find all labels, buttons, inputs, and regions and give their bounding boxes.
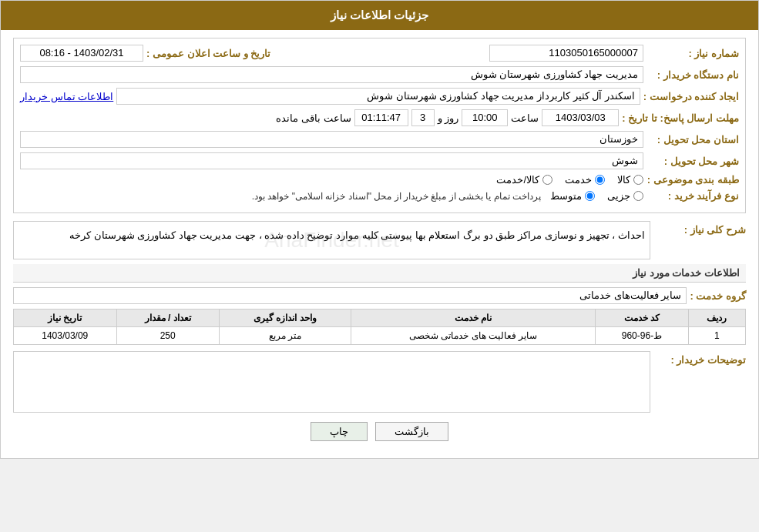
tabaghe-kala-option: کالا (617, 174, 643, 186)
tarikh-elam-value: 1403/02/31 - 08:16 (20, 45, 143, 62)
col-radif: ردیف (688, 309, 745, 327)
row-grouh-khadmat: گروه خدمت : سایر فعالیت‌های خدماتی (13, 287, 746, 304)
sharh-koli-box: AnaFinder.net احداث ، تجهیز و نوسازی مرا… (13, 221, 650, 259)
buttons-row: بازگشت چاپ (13, 422, 746, 441)
motavasit-text: متوسط (550, 190, 582, 202)
table-row: 1ط-96-960سایر فعالیت های خدماتی شخصیمتر … (14, 327, 746, 345)
mohlat-date: 1403/03/03 (542, 109, 619, 126)
jozii-radio[interactable] (633, 191, 643, 201)
ostan-label: استان محل تحویل : (646, 134, 739, 146)
col-vahed: واحد اندازه گیری (219, 309, 351, 327)
cell-radif: 1 (688, 327, 745, 345)
ettela-link[interactable]: اطلاعات تماس خریدار (20, 91, 113, 102)
tabaghe-kala-radio[interactable] (633, 175, 643, 185)
saat-label: ساعت (511, 112, 539, 124)
motavasit-radio[interactable] (585, 191, 595, 201)
tarikh-elam-label: تاریخ و ساعت اعلان عمومی : (146, 48, 270, 59)
row-ijad: ایجاد کننده درخواست : اسکندر آل کثیر کار… (20, 88, 739, 105)
col-kod-khadmat: کد خدمت (596, 309, 688, 327)
tabaghe-options: کالا خدمت کالا/خدمت (496, 174, 643, 186)
shahr-value: شوش (20, 152, 643, 169)
shomare-niaz-value: 1103050165000007 (489, 45, 643, 62)
tozihat-label: توضیحات خریدار : (653, 351, 746, 366)
mohlat-label: مهلت ارسال پاسخ: تا تاریخ : (622, 112, 739, 124)
farayand-note: پرداخت تمام یا بخشی از مبلغ خریدار از مح… (252, 191, 541, 202)
mande-label: ساعت باقی مانده (276, 112, 351, 124)
cell-namKhadmat: سایر فعالیت های خدماتی شخصی (351, 327, 596, 345)
shomare-niaz-label: شماره نیاز : (646, 48, 739, 59)
row-namdastgah: نام دستگاه خریدار : مدیریت جهاد کشاورزی … (20, 66, 739, 83)
row-sharh-koli: شرح کلی نیاز : AnaFinder.net احداث ، تجه… (13, 221, 746, 259)
page-wrapper: جزئیات اطلاعات نیاز شماره نیاز : 1103050… (0, 0, 759, 459)
mohlat-saat: 10:00 (462, 109, 508, 126)
row-ostan: استان محل تحویل : خوزستان (20, 131, 739, 148)
ijad-value: اسکندر آل کثیر کاربرداز مدیریت جهاد کشاو… (116, 88, 640, 105)
tabaghe-kala-khadmat-option: کالا/خدمت (496, 174, 552, 186)
cell-tarikh: 1403/03/09 (14, 327, 117, 345)
jozii-option: جزیی (607, 190, 643, 202)
info-section: شماره نیاز : 1103050165000007 تاریخ و سا… (13, 38, 746, 213)
tabaghe-kala-text: کالا (617, 174, 630, 186)
col-nam-khadmat: نام خدمت (351, 309, 596, 327)
tabaghe-khadmat-option: خدمت (565, 174, 605, 186)
khadamat-table: ردیف کد خدمت نام خدمت واحد اندازه گیری ت… (13, 309, 746, 345)
ijad-label: ایجاد کننده درخواست : (643, 91, 739, 102)
main-content: شماره نیاز : 1103050165000007 تاریخ و سا… (1, 30, 758, 458)
sharh-koli-value: احداث ، تجهیز و نوسازی مراکز طبق دو برگ … (69, 229, 645, 241)
tabaghe-kala-khadmat-text: کالا/خدمت (496, 174, 539, 186)
roz-label: روز و (438, 112, 459, 124)
chap-button[interactable]: چاپ (311, 422, 368, 441)
tabaghe-khadmat-text: خدمت (565, 174, 592, 186)
khadamat-section-title: اطلاعات خدمات مورد نیاز (13, 264, 746, 283)
tabaghe-khadmat-radio[interactable] (595, 175, 605, 185)
tozihat-textarea[interactable] (13, 351, 650, 413)
row-mohlat: مهلت ارسال پاسخ: تا تاریخ : 1403/03/03 س… (20, 109, 739, 126)
mohlat-mande: 01:11:47 (354, 109, 408, 126)
table-header-row: ردیف کد خدمت نام خدمت واحد اندازه گیری ت… (14, 309, 746, 327)
ostan-value: خوزستان (20, 131, 643, 148)
jozii-text: جزیی (607, 190, 630, 202)
col-tedad: تعداد / مقدار (116, 309, 219, 327)
row-tabaghe: طبقه بندی موضوعی : کالا خدمت کالا/خدمت (20, 174, 739, 186)
namdastgah-value: مدیریت جهاد کشاورزی شهرستان شوش (20, 66, 643, 83)
col-tarikh: تاریخ نیاز (14, 309, 117, 327)
cell-vahed: متر مربع (219, 327, 351, 345)
motavasit-option: متوسط (550, 190, 595, 202)
shahr-label: شهر محل تحویل : (646, 156, 739, 167)
row-shahr: شهر محل تحویل : شوش (20, 152, 739, 169)
sharh-koli-label: شرح کلی نیاز : (653, 221, 746, 236)
grouh-khadmat-value: سایر فعالیت‌های خدماتی (13, 287, 687, 304)
page-header: جزئیات اطلاعات نیاز (1, 1, 758, 30)
grouh-khadmat-label: گروه خدمت : (690, 290, 746, 302)
page-title: جزئیات اطلاعات نیاز (331, 8, 428, 22)
row-shomare: شماره نیاز : 1103050165000007 تاریخ و سا… (20, 45, 739, 62)
cell-kodKhadmat: ط-96-960 (596, 327, 688, 345)
row-noe-farayand: نوع فرآیند خرید : جزیی متوسط پرداخت تمام… (20, 190, 739, 202)
tabaghe-label: طبقه بندی موضوعی : (646, 174, 739, 186)
row-tozihat: توضیحات خریدار : (13, 351, 746, 413)
mohlat-roz: 3 (411, 109, 435, 126)
namdastgah-label: نام دستگاه خریدار : (646, 69, 739, 81)
bazgasht-button[interactable]: بازگشت (375, 422, 448, 441)
noe-farayand-options: جزیی متوسط (550, 190, 643, 202)
tabaghe-kala-khadmat-radio[interactable] (542, 175, 552, 185)
noe-farayand-label: نوع فرآیند خرید : (646, 190, 739, 202)
cell-tedad: 250 (116, 327, 219, 345)
